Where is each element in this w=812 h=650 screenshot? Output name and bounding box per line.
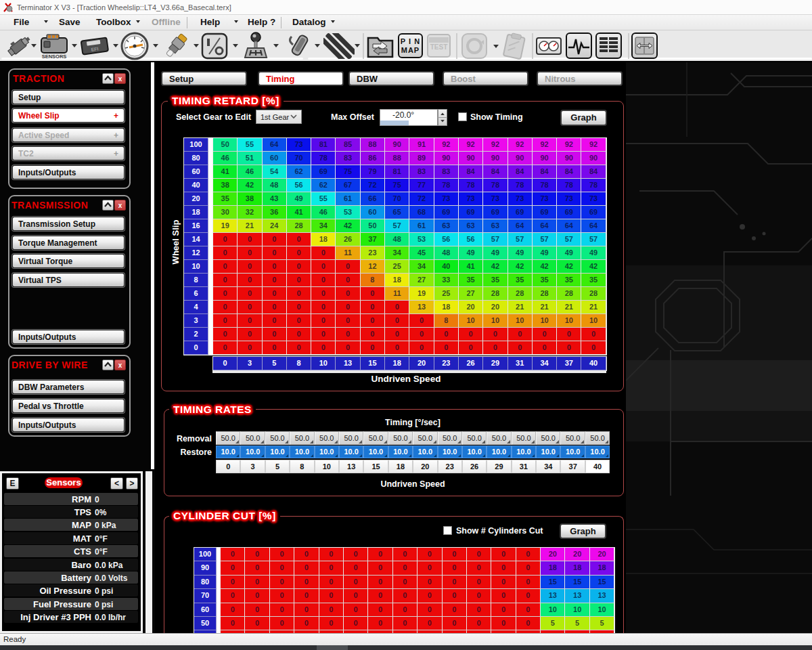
svg-text:SENSORS: SENSORS	[42, 53, 67, 60]
